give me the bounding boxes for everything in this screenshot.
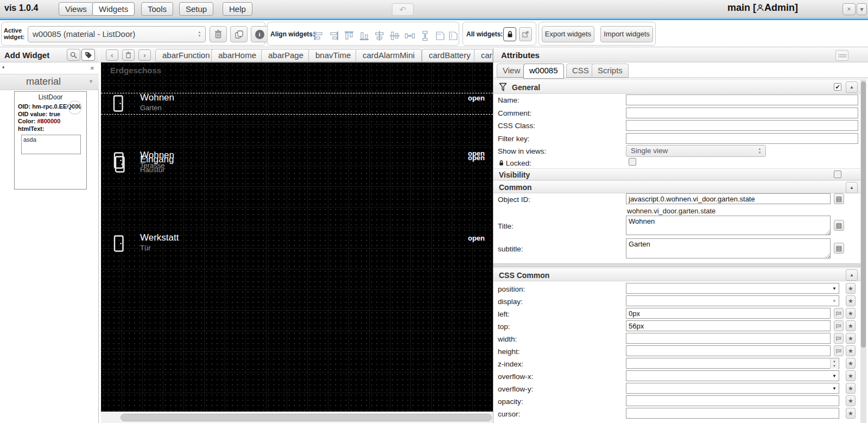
- collapse-common-button[interactable]: ▲: [846, 182, 858, 193]
- distribute-vertical-button[interactable]: [419, 29, 432, 42]
- center-horizontal-button[interactable]: [388, 29, 401, 42]
- visibility-enabled-checkbox[interactable]: [834, 171, 841, 178]
- undo-button[interactable]: ↶: [392, 3, 414, 16]
- align-bottom-button[interactable]: [358, 29, 371, 42]
- locked-checkbox[interactable]: [629, 158, 636, 166]
- scrollbar-thumb[interactable]: [861, 81, 866, 348]
- width-px-button[interactable]: px: [834, 333, 844, 344]
- canvas-horizontal-scrollbar[interactable]: [101, 412, 493, 423]
- comment-input[interactable]: [626, 108, 858, 118]
- attributes-vertical-scrollbar[interactable]: [860, 79, 866, 423]
- cursor-default-button[interactable]: ★: [846, 408, 856, 419]
- cursor-input[interactable]: [626, 408, 839, 419]
- clone-widget-button[interactable]: [230, 26, 248, 42]
- match-height-button[interactable]: [447, 29, 460, 42]
- view-tab-cardalarmmini[interactable]: cardAlarmMini: [356, 49, 422, 62]
- export-widgets-button[interactable]: Export widgets: [542, 26, 594, 42]
- views-trash-button[interactable]: [122, 49, 135, 61]
- subtitle-textarea[interactable]: Garten: [626, 238, 831, 258]
- import-widgets-button[interactable]: Import widgets: [600, 26, 653, 42]
- menu-tab-views[interactable]: Views: [59, 2, 93, 16]
- css-class-input[interactable]: [626, 120, 858, 131]
- align-top-button[interactable]: [343, 29, 356, 42]
- view-tab-abarpage[interactable]: abarPage: [261, 49, 311, 62]
- name-input[interactable]: [626, 94, 858, 105]
- subtitle-select-button[interactable]: ▤: [834, 243, 844, 254]
- distribute-horizontal-button[interactable]: [403, 29, 416, 42]
- top-px-button[interactable]: px: [834, 320, 844, 331]
- position-default-button[interactable]: ★: [846, 283, 856, 294]
- palette-search-button[interactable]: [67, 49, 80, 61]
- display-select[interactable]: ▼: [626, 295, 839, 306]
- tab-view[interactable]: View: [497, 64, 526, 78]
- clear-search-icon[interactable]: ×: [90, 64, 94, 72]
- menu-tab-help[interactable]: Help: [223, 2, 252, 16]
- align-right-button[interactable]: [327, 29, 340, 42]
- views-next-button[interactable]: ›: [138, 49, 151, 61]
- center-vertical-button[interactable]: [373, 29, 386, 42]
- width-input[interactable]: [626, 333, 831, 344]
- height-input[interactable]: [626, 345, 831, 356]
- menu-tab-setup[interactable]: Setup: [179, 2, 213, 16]
- overflow-x-select[interactable]: ▼: [626, 370, 839, 381]
- show-all-widgets-button[interactable]: [519, 27, 532, 41]
- panel-grip-button[interactable]: [835, 50, 848, 61]
- palette-filter-button[interactable]: [81, 49, 95, 61]
- tab-scripts[interactable]: Scripts: [592, 64, 629, 78]
- overflow-x-default-button[interactable]: ★: [846, 370, 856, 381]
- show-in-views-select[interactable]: Single view ▲▼: [626, 145, 766, 157]
- z-index-input[interactable]: ▲▼: [626, 358, 839, 369]
- tab-css[interactable]: CSS: [566, 64, 595, 78]
- view-canvas[interactable]: Erdgeschoss Wohnen Garten open Wohne: [101, 62, 493, 412]
- overflow-y-default-button[interactable]: ★: [846, 383, 856, 394]
- delete-widget-button[interactable]: [210, 26, 227, 42]
- section-general-header[interactable]: General ✔ ▲: [493, 79, 860, 94]
- palette-group-material[interactable]: material ▼: [0, 74, 99, 90]
- top-input[interactable]: [626, 320, 831, 331]
- object-id-select-button[interactable]: ▤: [834, 193, 844, 204]
- menu-tab-tools[interactable]: Tools: [141, 2, 173, 16]
- top-default-button[interactable]: ★: [846, 320, 856, 331]
- opacity-input[interactable]: [626, 395, 839, 406]
- spinner-arrows-icon[interactable]: ▲▼: [830, 359, 838, 369]
- position-select[interactable]: ▼: [626, 283, 839, 294]
- z-index-default-button[interactable]: ★: [846, 358, 856, 369]
- height-default-button[interactable]: ★: [846, 345, 856, 356]
- widget-info-button[interactable]: i: [251, 26, 268, 42]
- widget-preview-listdoor[interactable]: 1 ListDoor OID: hm-rpc.0.EEQ000 OID valu…: [14, 91, 87, 190]
- left-input[interactable]: [626, 308, 831, 319]
- left-px-button[interactable]: px: [834, 308, 844, 319]
- opacity-default-button[interactable]: ★: [846, 395, 856, 406]
- menu-tab-widgets[interactable]: Widgets: [92, 2, 135, 16]
- section-visibility-header[interactable]: Visibility: [493, 168, 860, 180]
- align-left-button[interactable]: [312, 29, 325, 42]
- collapse-window-button[interactable]: ▾: [857, 3, 867, 15]
- views-prev-button[interactable]: ‹: [106, 49, 118, 61]
- active-widget-select[interactable]: w00085 (material - ListDoor) ▲▼: [28, 26, 206, 42]
- lock-all-widgets-button[interactable]: [503, 27, 516, 41]
- scrollbar-thumb[interactable]: [121, 414, 492, 421]
- match-width-button[interactable]: [434, 29, 447, 42]
- display-default-button[interactable]: ★: [846, 295, 856, 306]
- palette-search-input[interactable]: [0, 62, 87, 74]
- width-default-button[interactable]: ★: [846, 333, 856, 344]
- collapse-general-button[interactable]: ▲: [846, 81, 858, 93]
- section-css-common-header[interactable]: CSS Common ▲: [493, 268, 860, 281]
- view-tab-abarfunction[interactable]: abarFunction: [155, 49, 217, 62]
- close-window-button[interactable]: ×: [842, 3, 856, 15]
- canvas-widget-title[interactable]: Wohnen: [140, 92, 174, 103]
- canvas-widget-title[interactable]: Werkstatt: [140, 232, 179, 243]
- section-common-header[interactable]: Common ▲: [493, 180, 860, 193]
- object-id-input[interactable]: [626, 193, 831, 204]
- title-select-button[interactable]: ▤: [834, 220, 844, 231]
- filter-key-input[interactable]: [626, 133, 858, 144]
- view-tab-bnavtime[interactable]: bnavTime: [308, 49, 358, 62]
- tab-widget-w00085[interactable]: w00085: [523, 64, 564, 79]
- view-tab-cardbattery[interactable]: cardBattery: [422, 49, 478, 62]
- height-px-button[interactable]: px: [834, 345, 844, 356]
- left-default-button[interactable]: ★: [846, 308, 856, 319]
- title-textarea[interactable]: Wohnen: [626, 216, 831, 235]
- view-tab-abarhome[interactable]: abarHome: [211, 49, 263, 62]
- general-enabled-checkbox[interactable]: ✔: [834, 83, 841, 91]
- view-tab-clipped[interactable]: cardD: [474, 49, 493, 62]
